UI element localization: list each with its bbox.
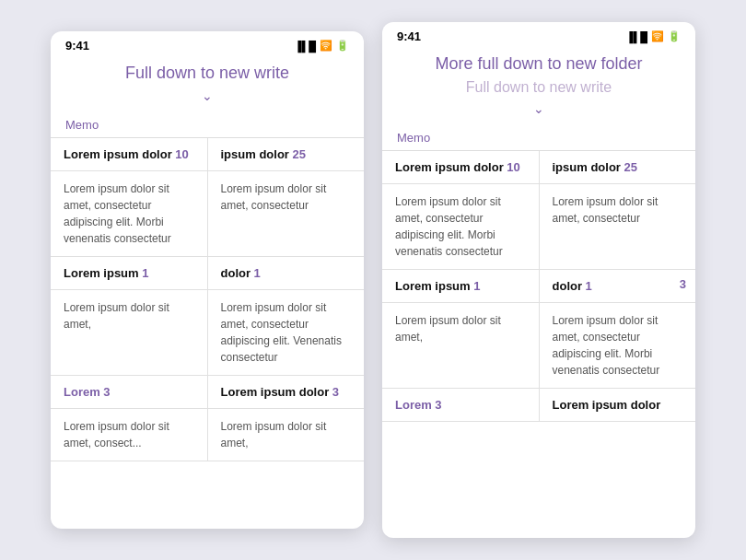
table-cell: Lorem ipsum dolor sit amet, consectetur … <box>51 171 208 256</box>
signal-icon: ▐▌█ <box>626 31 647 42</box>
cell-text: ipsum dolor <box>553 160 624 174</box>
left-chevron-icon[interactable]: ⌄ <box>65 88 349 103</box>
cell-text: Lorem ipsum dolor sit amet, <box>395 314 501 344</box>
left-status-icons: ▐▌█ 🛜 🔋 <box>295 40 349 52</box>
table-cell: Lorem 3 <box>51 376 208 408</box>
cell-num: 10 <box>175 147 188 161</box>
cell-text: Lorem ipsum dolor <box>553 398 661 412</box>
table-row: Lorem ipsum dolor sit amet, consectetur … <box>51 171 364 257</box>
corner-number: 3 <box>680 277 686 291</box>
left-card-title: Full down to new write <box>65 64 349 83</box>
table-row: Lorem ipsum dolor 10 ipsum dolor 25 <box>51 138 364 171</box>
cell-text: Lorem ipsum dolor <box>64 147 175 161</box>
cell-num: 1 <box>254 266 261 280</box>
table-cell: Lorem ipsum 1 <box>382 270 540 302</box>
table-row: Lorem ipsum dolor sit amet, consectetur … <box>382 184 695 270</box>
table-cell: Lorem ipsum dolor sit amet, <box>208 409 365 461</box>
cell-num: 3 <box>435 398 441 412</box>
table-row: Lorem ipsum dolor sit amet, Lorem ipsum … <box>51 290 364 376</box>
cell-text: dolor <box>553 279 586 293</box>
cell-text: Lorem ipsum dolor sit amet, consectetur … <box>221 301 342 364</box>
table-row: Lorem ipsum 1 dolor 1 3 <box>382 270 695 303</box>
table-cell: Lorem ipsum 1 <box>51 257 208 289</box>
table-row: Lorem 3 Lorem ipsum dolor <box>382 389 695 422</box>
cell-text: Lorem <box>64 385 103 399</box>
cell-text: Lorem ipsum <box>64 266 142 280</box>
cell-num: 25 <box>293 147 306 161</box>
cell-text: Lorem ipsum dolor sit amet, consectetur <box>221 182 327 212</box>
cell-text: Lorem ipsum dolor <box>221 385 332 399</box>
right-status-icons: ▐▌█ 🛜 🔋 <box>626 30 681 42</box>
cell-num: 25 <box>624 160 637 174</box>
table-row: Lorem 3 Lorem ipsum dolor 3 <box>51 376 364 409</box>
table-cell: Lorem ipsum dolor sit amet, <box>382 303 540 388</box>
left-table: Lorem ipsum dolor 10 ipsum dolor 25 Lore… <box>51 137 364 461</box>
signal-icon: ▐▌█ <box>295 41 316 52</box>
right-table: Lorem ipsum dolor 10 ipsum dolor 25 Lore… <box>382 150 695 422</box>
cell-text: Lorem ipsum dolor sit amet, consect... <box>64 420 169 449</box>
wifi-icon: 🛜 <box>651 30 664 42</box>
cell-text: Lorem ipsum dolor sit amet, <box>64 301 169 331</box>
cell-text: Lorem ipsum dolor sit amet, <box>221 420 327 449</box>
wifi-icon: 🛜 <box>320 40 332 52</box>
right-memo-label: Memo <box>382 127 695 150</box>
cell-text: Lorem ipsum dolor sit amet, consectetur … <box>553 314 660 377</box>
table-cell: Lorem 3 <box>382 389 540 421</box>
table-cell: Lorem ipsum dolor sit amet, consectetur <box>208 171 365 256</box>
table-row: Lorem ipsum dolor sit amet, Lorem ipsum … <box>382 303 695 389</box>
table-cell: Lorem ipsum dolor sit amet, consectetur … <box>382 184 540 269</box>
cell-text: Lorem ipsum dolor <box>395 160 507 174</box>
left-time: 9:41 <box>65 39 89 52</box>
table-row: Lorem ipsum dolor sit amet, consect... L… <box>51 409 364 461</box>
left-memo-label: Memo <box>51 114 364 137</box>
table-row: Lorem ipsum dolor 10 ipsum dolor 25 <box>382 151 695 184</box>
right-status-bar: 9:41 ▐▌█ 🛜 🔋 <box>382 22 695 47</box>
cell-num: 1 <box>142 266 148 280</box>
table-cell: dolor 1 3 <box>540 270 696 302</box>
left-status-bar: 9:41 ▐▌█ 🛜 🔋 <box>51 31 364 56</box>
cell-num: 3 <box>332 385 339 399</box>
battery-icon: 🔋 <box>336 40 349 52</box>
right-card-title: More full down to new folder <box>397 54 681 74</box>
cell-text: ipsum dolor <box>221 147 293 161</box>
cell-text: Lorem ipsum <box>395 279 473 293</box>
table-cell: dolor 1 <box>208 257 365 289</box>
table-cell: Lorem ipsum dolor sit amet, consectetur … <box>208 290 365 375</box>
right-header: More full down to new folder Full down t… <box>382 47 695 127</box>
table-cell: Lorem ipsum dolor sit amet, <box>51 290 208 375</box>
cell-num: 3 <box>103 385 110 399</box>
cell-text: Lorem ipsum dolor sit amet, consectetur … <box>64 182 171 245</box>
right-phone-card: 9:41 ▐▌█ 🛜 🔋 More full down to new folde… <box>382 22 695 538</box>
cell-num: 10 <box>507 160 519 174</box>
battery-icon: 🔋 <box>668 30 681 42</box>
right-ghost-title: Full down to new write <box>397 79 681 96</box>
right-time: 9:41 <box>397 29 421 43</box>
table-cell: Lorem ipsum dolor <box>540 389 696 421</box>
cell-num: 1 <box>473 279 480 293</box>
cell-text: Lorem ipsum dolor sit amet, consectetur <box>553 195 659 225</box>
table-cell: ipsum dolor 25 <box>540 151 696 183</box>
table-cell: ipsum dolor 25 <box>208 138 365 170</box>
table-cell: Lorem ipsum dolor 3 <box>208 376 365 408</box>
cell-text: dolor <box>221 266 254 280</box>
cell-text: Lorem ipsum dolor sit amet, consectetur … <box>395 195 503 258</box>
table-cell: Lorem ipsum dolor sit amet, consectetur … <box>540 303 696 388</box>
table-row: Lorem ipsum 1 dolor 1 <box>51 257 364 290</box>
left-header: Full down to new write ⌄ <box>51 56 364 114</box>
table-cell: Lorem ipsum dolor sit amet, consectetur <box>540 184 696 269</box>
table-cell: Lorem ipsum dolor sit amet, consect... <box>51 409 208 461</box>
table-cell: Lorem ipsum dolor 10 <box>51 138 208 170</box>
cell-text: Lorem <box>395 398 435 412</box>
left-phone-card: 9:41 ▐▌█ 🛜 🔋 Full down to new write ⌄ Me… <box>51 31 364 529</box>
right-chevron-icon[interactable]: ⌄ <box>397 101 681 116</box>
table-cell: Lorem ipsum dolor 10 <box>382 151 540 183</box>
cell-num: 1 <box>586 279 592 293</box>
